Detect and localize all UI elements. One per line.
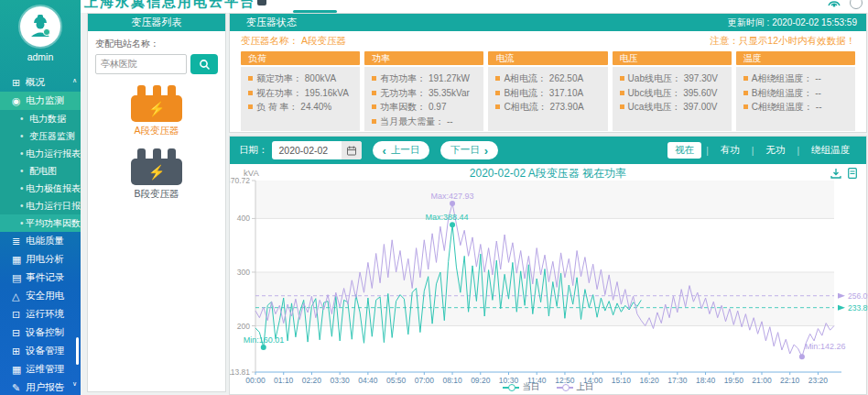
sidebar-item-label: 运行环境 [26,308,64,321]
sidebar-menu: ⊞概况◉电力监测•电力数据•变压器监测•电力运行报表•配电图•电力极值报表•电力… [0,73,81,395]
alarm-broadcast-icon[interactable] [826,0,842,8]
sidebar-item-label: 电力监测 [26,94,64,107]
bullet-icon [372,104,376,109]
bullet-icon [620,91,624,95]
svg-text:Min:142.26: Min:142.26 [805,342,846,351]
sidebar-item-device-management[interactable]: ⊞设备管理 [0,342,81,360]
app-title: 上海永翼信息用电云平台 [84,0,255,11]
sidebar-item-device-control[interactable]: ⊟设备控制 [0,324,81,342]
sidebar-item-ops-management[interactable]: ▦运维管理 [0,360,81,379]
transformer-items: ⚡A段变压器⚡B段变压器 [95,85,218,201]
sidebar-item-avg-power-factor[interactable]: •平均功率因数 [0,214,81,232]
avatar[interactable] [20,6,60,47]
date-value[interactable]: 2020-02-02 [272,145,342,156]
sidebar-item-label: 概况 [26,76,45,89]
svg-text:200: 200 [237,322,250,331]
card-item: A相电流： 262.50A [495,71,607,86]
username: admin [0,51,81,62]
station-name-label: 变配电站名称： [95,38,218,50]
sidebar-item-label: 电能质量 [26,235,64,247]
sidebar-item-label: 配电图 [29,165,57,178]
sidebar-item-distribution-diagram[interactable]: •配电图 [0,162,81,180]
svg-text:400: 400 [237,214,250,223]
card-title: 电流 [488,51,607,65]
sidebar-item-label: 用电分析 [26,253,64,266]
sidebar-item-power-daily-report[interactable]: •电力运行日报 [0,197,81,214]
card-item: 额定功率： 800kVA [248,71,360,86]
bullet-icon [495,76,500,81]
mode-switcher: 视在|有功|无功|绕组温度 [667,142,857,159]
sidebar-item-overview[interactable]: ⊞概况 [0,73,81,92]
station-search-input[interactable] [95,54,187,74]
sidebar-item-event-log[interactable]: ▤事件记录 [0,269,81,287]
bullet-icon: • [20,218,26,228]
sidebar-item-transformer-monitoring[interactable]: •变压器监测 [0,127,81,145]
sidebar-item-safe-power-use[interactable]: △安全用电 [0,287,81,305]
legend-item-today[interactable]: 当日 [503,381,540,393]
scrollbar-thumb[interactable] [76,337,79,365]
next-day-button[interactable]: 下一日 › [440,141,498,159]
calendar-button[interactable] [342,141,362,159]
bullet-icon [248,104,253,109]
search-button[interactable] [190,54,218,74]
mode-separator: | [752,146,754,156]
prev-day-button[interactable]: ‹ 上一日 [373,141,430,159]
sidebar-scrollbar[interactable]: ∧ ∨ [72,73,81,395]
scroll-up-icon[interactable]: ∧ [72,77,77,84]
status-card-功率: 功率有功功率： 191.27kW无功功率： 35.35kVar功率因数： 0.9… [364,51,483,131]
mode-apparent[interactable]: 视在 [667,142,701,159]
card-item: C相电流： 273.90A [495,100,607,115]
top-navbar: 上海永翼信息用电云平台 [0,0,868,13]
transformer-list-panel: 变压器列表 变配电站名称： ⚡A段变压器⚡B段变压器 [87,13,226,392]
lightning-bolt-icon: ⚡ [148,101,166,117]
power-line-chart[interactable]: 113.81200300400470.7200:0001:1002:2003:3… [230,175,868,390]
scroll-down-icon[interactable]: ∨ [72,380,77,388]
card-item: C相绕组温度： -- [743,100,855,115]
sidebar-item-power-quality[interactable]: ≣电能质量 [0,232,81,250]
operating-environment-icon: ⊡ [12,309,26,321]
bullet-icon: • [20,183,26,193]
sidebar-item-power-data[interactable]: •电力数据 [0,110,81,127]
svg-text:300: 300 [237,268,250,277]
nav-module-icon[interactable] [257,0,266,5]
date-picker[interactable]: 2020-02-02 [272,141,362,159]
safe-power-use-icon: △ [12,291,26,302]
status-card-温度: 温度A相绕组温度： --B相绕组温度： --C相绕组温度： -- [736,51,855,131]
bullet-icon [372,91,376,95]
date-label: 日期： [239,144,268,157]
card-item: 当月最大需量： -- [372,115,483,129]
chart-toolbar: 日期： 2020-02-02 ‹ 上一日 下一日 › [230,137,866,164]
user-profile-icon[interactable] [850,0,863,9]
card-item: Uab线电压： 397.30V [620,71,732,86]
bullet-icon [743,104,748,109]
transformer-list-header: 变压器列表 [88,14,225,31]
chevron-left-icon: ‹ [383,145,386,157]
mode-reactive-power[interactable]: 无功 [758,142,792,159]
sidebar-item-label: 电力数据 [29,113,66,126]
sidebar-item-user-report[interactable]: ✎用户报告 [0,379,81,395]
data-validity-notice: 注意：只显示12小时内有效数据！ [710,35,855,48]
card-item: B相电流： 317.10A [495,86,607,101]
transformer-item-b[interactable]: ⚡B段变压器 [95,148,218,201]
user-block: admin [0,0,81,73]
card-title: 功率 [364,51,483,65]
sidebar-item-operating-environment[interactable]: ⊡运行环境 [0,305,81,324]
sidebar-item-usage-analysis[interactable]: ▦用电分析 [0,250,81,269]
bullet-icon [495,91,500,95]
legend-item-yesterday[interactable]: 上日 [557,381,594,393]
bullet-icon: • [20,148,26,159]
sidebar-item-label: 事件记录 [26,271,64,284]
card-item: Uca线电压： 397.00V [620,100,732,115]
sidebar-item-power-extremes-report[interactable]: •电力极值报表 [0,180,81,197]
card-item: 功率因数： 0.97 [372,100,483,115]
bullet-icon [372,119,376,124]
transformer-item-a[interactable]: ⚡A段变压器 [95,85,218,137]
sidebar-item-power-run-report[interactable]: •电力运行报表 [0,145,81,162]
mode-winding-temp[interactable]: 绕组温度 [804,142,857,159]
sidebar-item-label: 安全用电 [26,290,64,302]
svg-text:Max:388.44: Max:388.44 [426,213,469,222]
status-card-电流: 电流A相电流： 262.50AB相电流： 317.10AC相电流： 273.90… [488,51,607,131]
mode-active-power[interactable]: 有功 [713,142,747,159]
sidebar-item-power-monitoring[interactable]: ◉电力监测 [0,92,81,110]
svg-text:Max:427.93: Max:427.93 [431,192,474,201]
